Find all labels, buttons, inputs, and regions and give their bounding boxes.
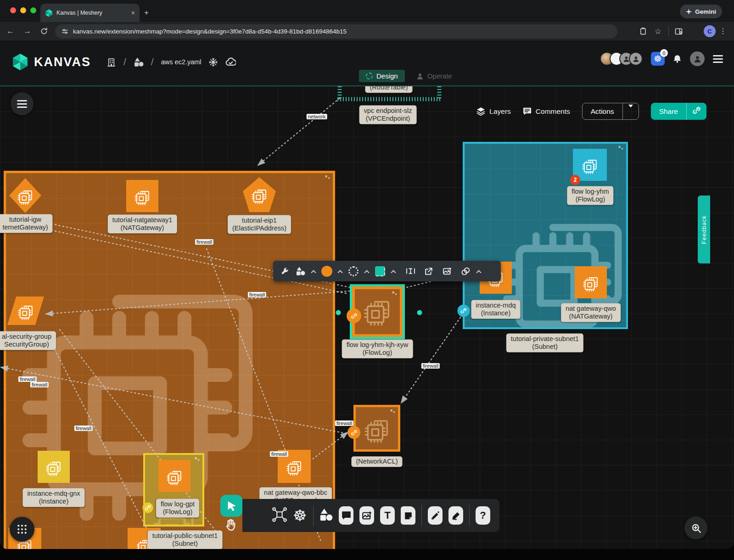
designs-icon[interactable] xyxy=(134,57,144,67)
bookmark-star-icon[interactable]: ☆ xyxy=(655,27,661,36)
pan-tool-button[interactable] xyxy=(224,519,236,532)
forward-button[interactable]: → xyxy=(23,27,31,36)
resize-mark-icon[interactable]: ✕✕ xyxy=(618,146,623,149)
copy-link-icon[interactable] xyxy=(687,106,706,116)
back-button[interactable]: ← xyxy=(6,27,14,36)
organization-icon[interactable] xyxy=(106,57,116,67)
design-mode-icon xyxy=(366,73,373,79)
canvas-menu-button[interactable] xyxy=(11,92,34,115)
freehand-draw-tool[interactable] xyxy=(448,506,463,525)
url-input[interactable]: kanvas.new/extension/meshmap?mode=design… xyxy=(55,24,617,39)
browser-tab[interactable]: Kanvas | Meshery × xyxy=(40,4,140,22)
browser-profile-avatar[interactable]: C xyxy=(704,25,716,37)
node-instance-mdq-gnx[interactable] xyxy=(38,451,70,483)
resize-mark-icon[interactable]: ✕✕ xyxy=(390,409,395,413)
node-tutorial-natgateway1[interactable] xyxy=(126,180,158,212)
operate-mode-icon xyxy=(416,73,424,80)
rename-icon[interactable] xyxy=(403,261,417,281)
style-fill-icon[interactable] xyxy=(373,261,387,281)
chevron-up-icon[interactable] xyxy=(391,270,396,275)
chevron-up-icon[interactable] xyxy=(311,270,316,275)
reload-button[interactable] xyxy=(40,28,48,35)
snowflake-icon[interactable] xyxy=(209,58,218,67)
container-label-tutorial-public-subnet1: tutorial-public-subnet1(Subnet) xyxy=(148,531,223,549)
shapes-icon[interactable] xyxy=(293,261,307,281)
selection-handle[interactable] xyxy=(336,310,341,315)
shapes-tool[interactable] xyxy=(319,508,333,523)
design-canvas[interactable]: Layers Comments Actions Share xyxy=(0,85,734,549)
node-label-tutorial-eip1: tutorial-eip1(ElasticIPAddress) xyxy=(228,215,291,234)
select-tool-button[interactable] xyxy=(220,495,242,517)
side-panel-icon[interactable] xyxy=(675,28,683,35)
minimize-window-button[interactable] xyxy=(20,7,26,13)
collaborator-avatars[interactable] xyxy=(600,52,643,66)
node-label-flow-log-yhm: flow log-yhm(FlowLog) xyxy=(567,186,613,205)
edge-style-tool[interactable] xyxy=(428,506,443,525)
zoom-search-button[interactable] xyxy=(684,516,707,539)
stroke-style-icon[interactable] xyxy=(347,261,360,281)
node-label-tutorial-natgateway1: tutorial-natgateway1(NATGateway) xyxy=(108,215,177,234)
help-tool[interactable]: ? xyxy=(476,506,490,525)
divider xyxy=(668,27,669,36)
gemini-button[interactable]: Gemini xyxy=(680,5,722,18)
layers-icon xyxy=(476,107,485,116)
chevron-up-icon[interactable] xyxy=(337,270,342,275)
feedback-tab[interactable]: Feedback xyxy=(698,196,710,263)
selection-handle[interactable] xyxy=(417,310,422,315)
layers-button[interactable]: Layers xyxy=(476,107,511,116)
edge-label-firewall: firewall xyxy=(248,292,266,297)
apps-grid-button[interactable] xyxy=(10,517,34,542)
cloud-save-icon[interactable] xyxy=(225,57,236,67)
new-tab-button[interactable]: + xyxy=(144,8,149,17)
connection-handle[interactable] xyxy=(143,503,153,513)
add-image-icon[interactable] xyxy=(440,261,454,281)
connection-handle[interactable] xyxy=(347,308,361,323)
collaborator-avatar[interactable] xyxy=(629,52,643,66)
tab-operate[interactable]: Operate xyxy=(409,70,459,82)
kanvas-logo[interactable] xyxy=(12,53,28,71)
node-label-network-acl: (NetworkACL) xyxy=(351,456,402,467)
share-button[interactable]: Share xyxy=(651,103,706,120)
resize-mark-icon[interactable]: ✕✕ xyxy=(194,457,200,460)
note-tool[interactable] xyxy=(401,506,415,525)
fill-color-swatch[interactable] xyxy=(320,261,334,281)
browser-menu-icon[interactable]: ⋮ xyxy=(719,27,727,35)
wrench-icon[interactable] xyxy=(278,261,291,281)
group-circles-icon[interactable] xyxy=(459,261,472,281)
chevron-up-icon[interactable] xyxy=(364,270,369,275)
tab-design[interactable]: Design xyxy=(359,70,405,82)
text-tool[interactable]: T xyxy=(380,506,395,525)
mesh-sync-tool[interactable] xyxy=(272,507,287,524)
node-label-flow-log-yhm-kjh-xyw: flow log-yhm-kjh-xyw(FlowLog) xyxy=(342,340,413,358)
node-label-security-group: al-security-groupSecurityGroup) xyxy=(0,331,56,350)
edge-label-firewall: firewall xyxy=(421,363,440,369)
close-window-button[interactable] xyxy=(10,7,16,13)
file-name[interactable]: aws ec2.yaml xyxy=(161,58,202,66)
tab-strip: Kanvas | Meshery × + Gemini xyxy=(0,0,734,22)
zoom-window-button[interactable] xyxy=(30,7,36,13)
actions-button[interactable]: Actions xyxy=(582,103,639,120)
resize-mark-icon[interactable]: ✕✕ xyxy=(325,175,330,179)
notifications-bell-icon[interactable] xyxy=(673,55,682,63)
chevron-up-icon[interactable] xyxy=(476,270,481,275)
app-menu-icon[interactable] xyxy=(713,53,723,65)
node-flow-log-gpt[interactable] xyxy=(158,460,191,492)
actions-dropdown-icon[interactable] xyxy=(623,107,639,116)
connection-handle[interactable] xyxy=(458,305,470,317)
url-text: kanvas.new/extension/meshmap?mode=design… xyxy=(73,28,347,35)
resize-mark-icon[interactable]: ✕✕ xyxy=(392,291,397,295)
comments-button[interactable]: Comments xyxy=(523,107,570,116)
browser-window: Kanvas | Meshery × + Gemini ← → kanvas.n… xyxy=(0,0,734,549)
node-network-acl[interactable]: ✕✕ xyxy=(353,405,400,452)
save-page-icon[interactable] xyxy=(639,28,647,35)
kubernetes-context-button[interactable]: ☸ 0 xyxy=(651,52,665,66)
connection-handle[interactable] xyxy=(347,426,360,439)
user-avatar[interactable] xyxy=(690,51,705,66)
image-tool[interactable] xyxy=(359,506,374,525)
node-nat-gateway-qwo[interactable] xyxy=(575,266,607,298)
site-settings-icon[interactable] xyxy=(62,28,68,35)
open-in-new-icon[interactable] xyxy=(422,261,436,281)
kubernetes-tool[interactable]: ☸ xyxy=(293,508,307,523)
comment-tool[interactable] xyxy=(339,506,353,525)
tab-close-icon[interactable]: × xyxy=(131,9,135,17)
